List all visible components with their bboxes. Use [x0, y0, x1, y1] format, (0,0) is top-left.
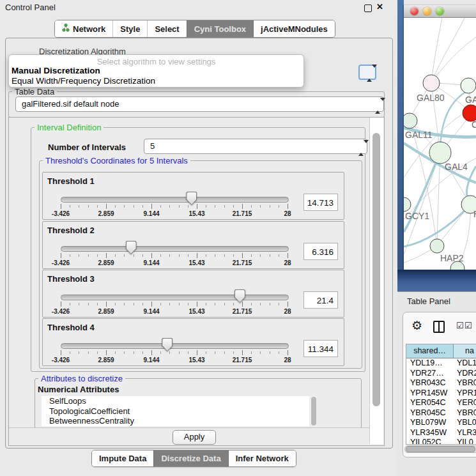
checkbox-icon[interactable]: ☑: [456, 321, 464, 330]
checkbox-icon[interactable]: ☑: [464, 321, 472, 330]
node-partial-top-right[interactable]: [461, 78, 476, 93]
table-data-combo[interactable]: galFiltered.sif default node: [15, 96, 384, 112]
vertical-scrollbar[interactable]: [369, 118, 383, 444]
settings-scroll-viewport: Interval Definition Number of Intervals …: [8, 117, 385, 446]
threshold-2-slider-thumb[interactable]: [126, 241, 137, 254]
threshold-2-slider-track[interactable]: [61, 246, 289, 252]
horizontal-scrollbar[interactable]: [404, 445, 476, 453]
table-row[interactable]: YBR045CYBR0: [406, 408, 476, 418]
attribute-item[interactable]: BetweennessCentrality: [42, 416, 309, 426]
mac-zoom-icon[interactable]: [436, 7, 444, 15]
table-row[interactable]: YDL19…YDL1: [406, 358, 476, 369]
table-row[interactable]: YLR345WYLR3: [406, 428, 476, 438]
network-icon: [62, 24, 70, 34]
control-panel-window: Control Panel ✕ Network Style Select Cyn…: [0, 0, 397, 476]
node-gal4[interactable]: [429, 142, 451, 164]
node-label-partial-c: C: [472, 119, 476, 130]
split-columns-icon[interactable]: [433, 321, 445, 333]
threshold-4-value-field[interactable]: 11.344: [303, 340, 338, 357]
threshold-3-row: Threshold 3 -3.4262.8599.14415.4321.7152…: [42, 270, 344, 318]
table-body: YDL19…YDL1YDR27…YDR2YBR043CYBR0YPR145WYP…: [406, 358, 476, 445]
table-row[interactable]: YPR145WYPR1: [406, 388, 476, 399]
algorithm-combo-focused-end[interactable]: [358, 65, 376, 80]
threshold-1-slider-thumb[interactable]: [186, 192, 197, 205]
slider-ticks: [61, 302, 288, 307]
network-graph: GAL80 GA C GAL11 GAL4 GCY1 H HAP2: [404, 18, 476, 270]
attributes-list-scrollbar[interactable]: [311, 396, 317, 426]
threshold-2-row: Threshold 2 -3.4262.8599.14415.4321.7152…: [42, 221, 344, 269]
vertical-scrollbar-thumb[interactable]: [372, 133, 380, 406]
number-of-intervals-combo[interactable]: 5: [144, 139, 367, 154]
attribute-item[interactable]: TopologicalCoefficient: [42, 406, 309, 417]
float-window-icon[interactable]: [364, 4, 372, 12]
table-data-group-label: Table Data: [12, 87, 57, 96]
top-tab-bar: Network Style Select Cyni Toolbox jActiv…: [54, 20, 335, 38]
table-data-group: Table Data galFiltered.sif default node: [8, 91, 385, 118]
tab-infer-network[interactable]: Infer Network: [228, 450, 296, 466]
mac-close-icon[interactable]: [410, 7, 418, 15]
popup-option-manual-discretization[interactable]: Manual Discretization: [12, 66, 100, 75]
table-panel-title: Table Panel: [407, 296, 450, 306]
node-gal80[interactable]: [423, 75, 440, 91]
node-gal11[interactable]: [404, 113, 417, 128]
network-window-titlebar[interactable]: [404, 5, 476, 18]
column-header-name[interactable]: na: [454, 344, 476, 358]
threshold-1-value-field[interactable]: 14.713: [303, 194, 338, 211]
threshold-4-slider-track[interactable]: [61, 343, 289, 349]
numerical-attributes-label: Numerical Attributes: [38, 385, 119, 394]
table-row[interactable]: YIL052CYIL0: [406, 438, 476, 445]
slider-scale-labels: -3.4262.8599.14415.4321.71528: [61, 357, 288, 364]
threshold-1-slider-track[interactable]: [61, 197, 289, 203]
node-gcy1[interactable]: [404, 197, 411, 211]
table-row[interactable]: YBR043CYBR0: [406, 378, 476, 388]
algorithm-hint-text: Select algorithm to view settings: [9, 57, 303, 66]
window-title: Control Panel: [5, 3, 56, 12]
tab-impute-data[interactable]: Impute Data: [92, 450, 153, 466]
tab-network[interactable]: Network: [55, 20, 112, 37]
close-icon[interactable]: ✕: [376, 2, 383, 12]
tab-style[interactable]: Style: [112, 20, 147, 37]
horizontal-scrollbar-thumb[interactable]: [406, 446, 475, 452]
number-of-intervals-label: Number of Intervals: [48, 142, 126, 152]
node-label-partial-ga: GA: [465, 95, 476, 105]
attributes-group-label: Attributes to discretize: [38, 374, 125, 383]
thresholds-group: Threshold's Coordinates for 5 Intervals …: [39, 160, 362, 369]
threshold-4-slider-thumb[interactable]: [162, 338, 173, 351]
desktop-background: [397, 0, 404, 291]
interval-definition-label: Interval Definition: [35, 123, 104, 132]
table-panel-body: ⚙ ☑ ☑ shared… na YDL19…YDL1YDR27…YDR2YBR…: [403, 312, 476, 457]
slider-scale-labels: -3.4262.8599.14415.4321.71528: [61, 210, 288, 217]
slider-ticks: [61, 350, 288, 356]
combo-stepper-icon[interactable]: [375, 99, 381, 112]
network-canvas[interactable]: GAL80 GA C GAL11 GAL4 GCY1 H HAP2: [404, 18, 476, 270]
bottom-tab-bar: Impute Data Discretize Data Infer Networ…: [91, 450, 296, 467]
slider-ticks: [61, 204, 288, 210]
node-label-partial-h: H: [473, 209, 476, 219]
mac-minimize-icon[interactable]: [423, 7, 431, 15]
apply-button[interactable]: Apply: [173, 430, 216, 445]
table-row[interactable]: YER054CYER0: [406, 398, 476, 408]
table-row[interactable]: YDR27…YDR2: [406, 369, 476, 379]
node-label-hap2: HAP2: [440, 253, 464, 263]
threshold-3-slider-track[interactable]: [61, 295, 289, 300]
threshold-3-slider-thumb[interactable]: [234, 289, 245, 303]
combo-stepper-icon[interactable]: [358, 141, 364, 155]
threshold-1-row: Threshold 1 -3.4262.8599.14415.4321.7152…: [42, 172, 344, 220]
gear-icon[interactable]: ⚙: [411, 318, 422, 333]
tab-discretize-data[interactable]: Discretize Data: [153, 450, 227, 466]
node-label-gcy1: GCY1: [405, 211, 429, 221]
node-hap2[interactable]: [430, 239, 444, 253]
threshold-3-value-field[interactable]: 21.4: [303, 291, 338, 309]
column-header-shared-name[interactable]: shared…: [406, 344, 454, 358]
tab-cyni-toolbox[interactable]: Cyni Toolbox: [187, 20, 253, 37]
combo-stepper-icon[interactable]: [367, 68, 372, 79]
tab-select[interactable]: Select: [147, 20, 186, 37]
popup-option-equal-width-frequency[interactable]: Equal Width/Frequency Discretization: [12, 76, 155, 86]
table-row[interactable]: YBL079WYBL0: [406, 418, 476, 428]
numerical-attributes-list[interactable]: SelfLoopsTopologicalCoefficientBetweenne…: [42, 396, 309, 426]
threshold-2-value-field[interactable]: 6.316: [303, 243, 338, 260]
cyni-toolbox-panel: Discretization Algorithm Select algorith…: [5, 38, 393, 449]
tab-jactivemnodules[interactable]: jActiveMNodules: [253, 20, 335, 37]
node-attribute-table: shared… na YDL19…YDL1YDR27…YDR2YBR043CYB…: [406, 344, 476, 445]
attribute-item[interactable]: SelfLoops: [42, 396, 309, 406]
